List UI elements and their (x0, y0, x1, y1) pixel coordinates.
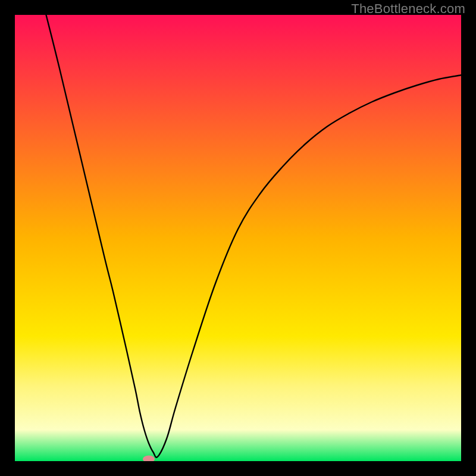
chart-wrapper: TheBottleneck.com (0, 0, 476, 476)
bottleneck-chart (15, 15, 461, 461)
chart-background (15, 15, 461, 461)
